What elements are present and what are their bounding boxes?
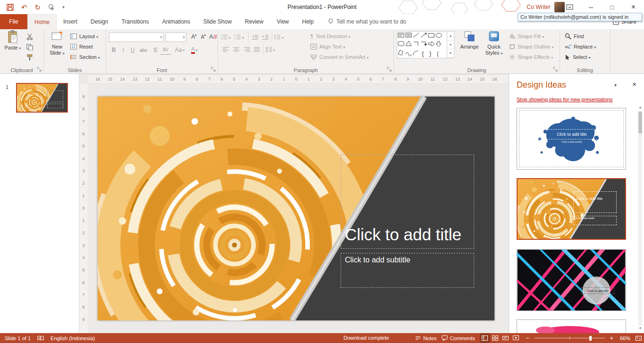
- minimize-button[interactable]: ─: [580, 0, 602, 14]
- scrollbar-thumb[interactable]: [638, 112, 642, 133]
- ruler-number: 8: [391, 77, 400, 82]
- font-size-combo[interactable]: ▾: [166, 33, 186, 42]
- find-button[interactable]: Find: [565, 31, 584, 41]
- account-name[interactable]: Co Writer: [527, 4, 551, 10]
- close-button[interactable]: ×: [623, 0, 644, 14]
- justify-button[interactable]: [252, 45, 262, 54]
- tab-insert[interactable]: Insert: [57, 14, 84, 29]
- tab-home[interactable]: Home: [27, 14, 57, 29]
- tab-transitions[interactable]: Transitions: [115, 14, 155, 29]
- section-button[interactable]: Section: [70, 52, 100, 62]
- clipboard-dialog-launcher[interactable]: [37, 67, 42, 72]
- stop-showing-ideas-link[interactable]: Stop showing ideas for new presentations: [517, 97, 613, 102]
- design-ideas-scrollbar[interactable]: ▴ ▾: [637, 105, 643, 331]
- replace-button[interactable]: ab Replace: [565, 41, 596, 52]
- tab-animations[interactable]: Animations: [156, 14, 197, 29]
- paste-button[interactable]: Paste: [3, 30, 23, 51]
- shrink-font-button[interactable]: A▾: [199, 32, 208, 41]
- shape-effects-button[interactable]: Shape Effects: [509, 52, 553, 62]
- align-text-button[interactable]: Align Text: [310, 41, 345, 52]
- clear-formatting-button[interactable]: A: [208, 32, 217, 41]
- paragraph-dialog-launcher[interactable]: [387, 67, 392, 72]
- shapes-more-button[interactable]: ▾: [447, 49, 454, 58]
- tab-file[interactable]: File: [0, 14, 27, 29]
- convert-smartart-button[interactable]: Convert to SmartArt: [310, 52, 368, 62]
- zoom-in-button[interactable]: +: [610, 335, 613, 342]
- notes-button[interactable]: Notes: [415, 335, 437, 341]
- cut-button[interactable]: [25, 32, 35, 41]
- tab-slideshow[interactable]: Slide Show: [197, 14, 238, 29]
- font-name-combo[interactable]: ▾: [109, 33, 164, 42]
- shapes-scroll-up[interactable]: ▴: [447, 32, 454, 41]
- new-slide-button[interactable]: New Slide: [47, 30, 67, 57]
- copy-button[interactable]: [25, 42, 35, 52]
- change-case-button[interactable]: Aa: [173, 45, 186, 55]
- subtitle-placeholder[interactable]: Click to add subtitle: [341, 253, 474, 288]
- select-button[interactable]: Select: [565, 52, 591, 62]
- shape-fill-button[interactable]: Shape Fill: [509, 31, 544, 41]
- slide-counter[interactable]: Slide 1 of 1: [5, 335, 31, 341]
- design-suggestion-1[interactable]: Click to add title Click to add subtitle: [517, 108, 626, 170]
- ribbon-display-options-button[interactable]: [559, 0, 580, 14]
- zoom-slider[interactable]: [534, 333, 605, 343]
- ruler-vertical[interactable]: 9876543210123456789: [79, 84, 88, 333]
- design-ideas-close-icon[interactable]: ×: [632, 80, 636, 88]
- zoom-out-button[interactable]: −: [526, 335, 530, 342]
- font-dialog-launcher[interactable]: [211, 67, 216, 72]
- bullets-button[interactable]: [221, 33, 231, 42]
- zoom-percentage[interactable]: 66%: [618, 335, 630, 341]
- reset-button[interactable]: Reset: [70, 41, 93, 52]
- drawing-dialog-launcher[interactable]: [553, 67, 558, 72]
- text-shadow-button[interactable]: S: [151, 45, 160, 55]
- slide-thumbnail-1[interactable]: [16, 83, 68, 113]
- design-suggestion-2-selected[interactable]: Click to add title Click to add subtitle: [517, 178, 626, 240]
- slide-sorter-view-button[interactable]: [490, 333, 501, 343]
- design-suggestion-3[interactable]: Click to add title: [517, 249, 626, 311]
- maximize-button[interactable]: □: [602, 0, 623, 14]
- align-center-button[interactable]: [231, 45, 242, 54]
- tell-me-box[interactable]: Tell me what you want to do: [328, 14, 406, 29]
- language-indicator[interactable]: English (Indonesia): [50, 335, 95, 341]
- reading-view-button[interactable]: [501, 333, 511, 343]
- grow-font-button[interactable]: A▴: [189, 32, 199, 41]
- layout-button[interactable]: Layout: [70, 31, 98, 41]
- increase-indent-button[interactable]: [260, 33, 271, 42]
- scroll-down-arrow[interactable]: ▾: [637, 326, 643, 331]
- columns-button[interactable]: [265, 45, 276, 54]
- character-spacing-button[interactable]: AV: [160, 45, 171, 55]
- tab-design[interactable]: Design: [84, 14, 115, 29]
- align-left-button[interactable]: [221, 45, 231, 54]
- underline-button[interactable]: U: [128, 45, 137, 55]
- fit-slide-to-window-icon[interactable]: [635, 335, 642, 341]
- arrange-button[interactable]: Arrange: [458, 30, 481, 50]
- align-right-button[interactable]: [242, 45, 252, 54]
- italic-button[interactable]: I: [118, 45, 128, 55]
- slide-show-button[interactable]: [511, 333, 521, 343]
- normal-view-button[interactable]: [480, 333, 490, 343]
- shapes-gallery[interactable]: { } ( ▴ ▾ ▾: [397, 31, 454, 58]
- line-spacing-button[interactable]: [274, 33, 284, 42]
- format-painter-button[interactable]: [25, 53, 35, 62]
- scrollbar-track[interactable]: [638, 111, 642, 326]
- strikethrough-button[interactable]: abc: [137, 45, 150, 55]
- decrease-indent-button[interactable]: [250, 33, 260, 42]
- tab-view[interactable]: View: [270, 14, 295, 29]
- shapes-scroll-down[interactable]: ▾: [447, 41, 454, 49]
- text-direction-button[interactable]: ¶ Text Direction: [310, 31, 351, 41]
- ruler-horizontal[interactable]: 1615141312111098765432101234567891011121…: [88, 75, 509, 83]
- spell-check-icon[interactable]: [37, 335, 44, 341]
- title-placeholder[interactable]: Click to add title: [341, 155, 474, 249]
- slide-canvas[interactable]: Click to add title Click to add subtitle: [98, 97, 494, 320]
- tab-review[interactable]: Review: [238, 14, 270, 29]
- design-ideas-menu-caret[interactable]: ▾: [614, 82, 617, 88]
- zoom-slider-thumb[interactable]: [589, 336, 592, 341]
- comments-button[interactable]: Comments: [442, 335, 475, 341]
- font-color-button[interactable]: A: [188, 45, 201, 55]
- design-suggestion-4[interactable]: [517, 319, 626, 333]
- bold-button[interactable]: B: [109, 45, 118, 55]
- numbering-button[interactable]: [234, 33, 244, 42]
- tab-help[interactable]: Help: [295, 14, 320, 29]
- quick-styles-button[interactable]: Quick Styles: [483, 30, 505, 57]
- scroll-up-arrow[interactable]: ▴: [637, 105, 643, 110]
- shape-outline-button[interactable]: Shape Outline: [509, 41, 554, 52]
